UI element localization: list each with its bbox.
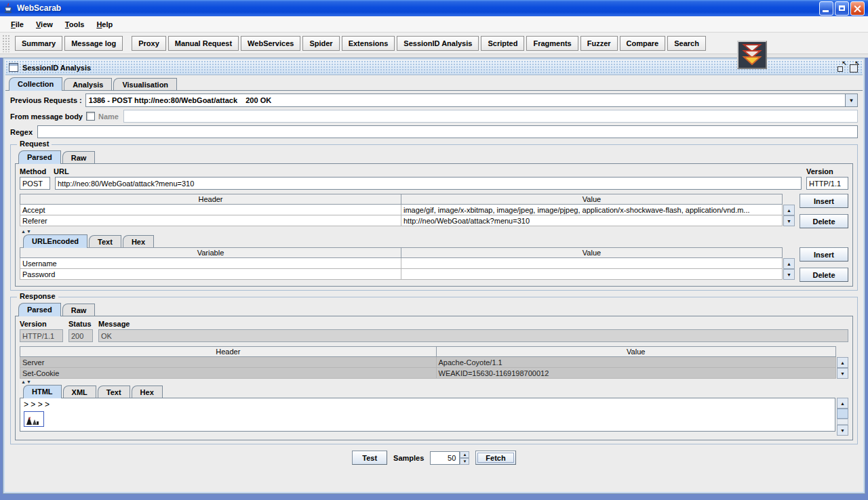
request-params-scrollbar[interactable]: ▲ ▼ [783, 247, 795, 280]
request-body-tabbar: URLEncoded Text Hex [20, 234, 848, 247]
frame-titlebar[interactable]: SessionID Analysis ↖ ↖ [5, 60, 863, 75]
table-row[interactable]: Set-Cookie WEAKID=15630-1169198700012 [20, 368, 836, 379]
tab-visualisation[interactable]: Visualisation [113, 78, 177, 90]
scroll-down-icon[interactable]: ▼ [783, 269, 795, 280]
response-headers-scrollbar[interactable]: ▲ ▼ [837, 346, 848, 379]
fetch-button[interactable]: Fetch [475, 451, 515, 465]
header-column[interactable]: Header [20, 194, 401, 205]
from-message-body-row: From message body Name [10, 110, 858, 123]
request-version-input[interactable]: HTTP/1.1 [806, 177, 848, 190]
insert-param-button[interactable]: Insert [800, 247, 848, 262]
insert-header-button[interactable]: Insert [800, 194, 848, 208]
table-row[interactable]: Referer http://neo/WebGoat/attack?menu=3… [20, 215, 783, 226]
frame-maximize-button[interactable]: ↖ [849, 62, 859, 72]
variable-column[interactable]: Variable [20, 248, 401, 258]
window-titlebar: WebScarab [0, 0, 868, 16]
content-tab-xml[interactable]: XML [63, 386, 96, 398]
toolbar-scripted[interactable]: Scripted [481, 36, 524, 51]
request-params-table[interactable]: Variable Value Username Password [20, 247, 783, 280]
scroll-down-icon[interactable]: ▼ [837, 368, 848, 379]
request-tab-parsed[interactable]: Parsed [18, 150, 61, 164]
value-column[interactable]: Value [436, 347, 835, 357]
html-scrollbar[interactable]: ▲ ▼ [837, 398, 848, 436]
previous-requests-label: Previous Requests : [10, 96, 82, 104]
content-tab-html[interactable]: HTML [23, 385, 62, 398]
scroll-up-icon[interactable]: ▲ [783, 258, 795, 269]
toolbar-proxy[interactable]: Proxy [132, 36, 166, 51]
menu-help[interactable]: Help [90, 18, 119, 31]
scroll-up-icon[interactable]: ▲ [837, 357, 848, 368]
content-tab-hex[interactable]: Hex [132, 386, 163, 398]
toolbar-drag-handle[interactable] [2, 35, 11, 52]
footer-controls: Test Samples 50 ▲ ▼ Fetch [5, 451, 863, 465]
from-message-body-checkbox[interactable] [86, 112, 95, 121]
java-app-icon [3, 3, 14, 14]
request-headers-table[interactable]: Header Value Accept image/gif, image/x-x… [20, 194, 783, 226]
message-label: Message [98, 320, 848, 328]
spinner-down-icon[interactable]: ▼ [460, 458, 469, 465]
spinner-up-icon[interactable]: ▲ [460, 451, 469, 458]
frame-minimize-button[interactable]: ↖ [836, 62, 846, 72]
minimize-button[interactable] [819, 1, 833, 16]
test-button[interactable]: Test [352, 451, 387, 465]
body-tab-hex[interactable]: Hex [123, 235, 154, 247]
previous-requests-row: Previous Requests : 1386 - POST http://n… [10, 93, 858, 107]
frame-tabbar: Collection Analysis Visualisation [5, 75, 863, 90]
menu-file[interactable]: File [5, 18, 30, 31]
delete-header-button[interactable]: Delete [800, 214, 848, 228]
request-group: Request Parsed Raw Method URL Version PO… [10, 144, 858, 291]
toolbar-message-log[interactable]: Message log [64, 36, 123, 51]
tab-analysis[interactable]: Analysis [64, 78, 112, 90]
toolbar-fragments[interactable]: Fragments [526, 36, 578, 51]
frame-icon [9, 63, 18, 72]
header-column[interactable]: Header [20, 347, 437, 357]
scroll-up-icon[interactable]: ▲ [783, 205, 795, 215]
previous-requests-combobox[interactable]: 1386 - POST http://neo:80/WebGoat/attack… [85, 93, 858, 107]
table-row[interactable]: Accept image/gif, image/x-xbitmap, image… [20, 205, 783, 215]
regex-input[interactable] [37, 125, 858, 138]
table-header-row: Header Value [20, 347, 836, 357]
table-header-row: Header Value [20, 194, 783, 205]
request-headers-scrollbar[interactable]: ▲ ▼ [783, 194, 795, 226]
table-row[interactable]: Password [20, 269, 783, 280]
url-input[interactable]: http://neo:80/WebGoat/attack?menu=310 [55, 177, 802, 190]
body-tab-text[interactable]: Text [89, 235, 121, 247]
menu-view[interactable]: View [30, 18, 59, 31]
status-field: 200 [68, 329, 93, 342]
response-tab-raw[interactable]: Raw [62, 304, 96, 316]
toolbar-search[interactable]: Search [667, 36, 706, 51]
name-input[interactable] [123, 110, 858, 123]
html-content-view[interactable]: > > > > [20, 398, 835, 432]
table-row[interactable]: Server Apache-Coyote/1.1 [20, 357, 836, 368]
menu-tools[interactable]: Tools [59, 18, 91, 31]
request-tab-raw[interactable]: Raw [62, 151, 96, 163]
toolbar-compare[interactable]: Compare [620, 36, 666, 51]
url-label: URL [54, 167, 806, 175]
toolbar-spider[interactable]: Spider [302, 36, 339, 51]
toolbar-sessionid-analysis[interactable]: SessionID Analysis [397, 36, 479, 51]
content-tab-text[interactable]: Text [98, 386, 130, 398]
value-column[interactable]: Value [401, 248, 783, 258]
window-controls [819, 1, 865, 16]
scroll-down-icon[interactable]: ▼ [783, 215, 795, 226]
samples-input[interactable]: 50 [430, 451, 460, 465]
toolbar-fuzzer[interactable]: Fuzzer [580, 36, 618, 51]
combo-dropdown-button[interactable]: ▼ [845, 94, 857, 106]
delete-param-button[interactable]: Delete [800, 268, 848, 282]
body-tab-urlencoded[interactable]: URLEncoded [23, 234, 87, 248]
toolbar-webservices[interactable]: WebServices [241, 36, 300, 51]
table-row[interactable]: Username [20, 258, 783, 269]
response-headers-table[interactable]: Header Value Server Apache-Coyote/1.1 Se… [20, 346, 836, 379]
toolbar-manual-request[interactable]: Manual Request [168, 36, 239, 51]
response-tab-parsed[interactable]: Parsed [18, 303, 61, 316]
scroll-up-icon[interactable]: ▲ [837, 398, 848, 409]
method-input[interactable]: POST [20, 177, 50, 190]
scrollbar-thumb[interactable] [837, 409, 848, 419]
value-column[interactable]: Value [401, 194, 783, 205]
tab-collection[interactable]: Collection [9, 77, 62, 91]
maximize-button[interactable] [835, 1, 849, 16]
scroll-down-icon[interactable]: ▼ [837, 425, 848, 436]
close-button[interactable] [850, 1, 865, 16]
toolbar-summary[interactable]: Summary [15, 36, 62, 51]
toolbar-extensions[interactable]: Extensions [342, 36, 395, 51]
